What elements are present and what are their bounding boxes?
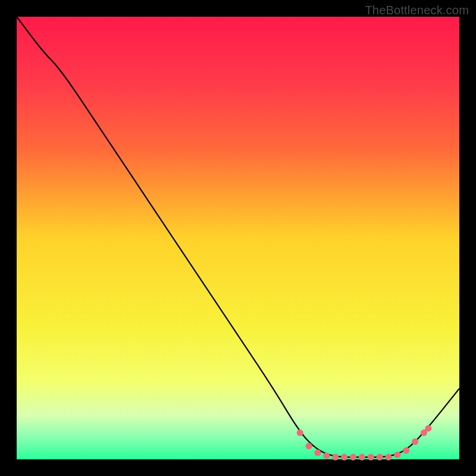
data-marker bbox=[332, 454, 339, 461]
data-marker bbox=[412, 439, 418, 445]
plot-background bbox=[17, 17, 459, 459]
data-marker bbox=[350, 454, 356, 461]
chart-canvas bbox=[0, 0, 476, 476]
data-marker bbox=[359, 454, 365, 461]
data-marker bbox=[314, 449, 321, 456]
data-marker bbox=[377, 454, 383, 461]
data-marker bbox=[425, 425, 431, 431]
data-marker bbox=[306, 443, 312, 449]
data-marker bbox=[394, 452, 400, 458]
data-marker bbox=[385, 454, 392, 461]
data-marker bbox=[403, 447, 409, 454]
watermark-text: TheBottleneck.com bbox=[365, 4, 469, 17]
data-marker bbox=[341, 454, 347, 461]
data-marker bbox=[368, 454, 374, 461]
data-marker bbox=[297, 430, 303, 436]
data-marker bbox=[323, 453, 330, 459]
